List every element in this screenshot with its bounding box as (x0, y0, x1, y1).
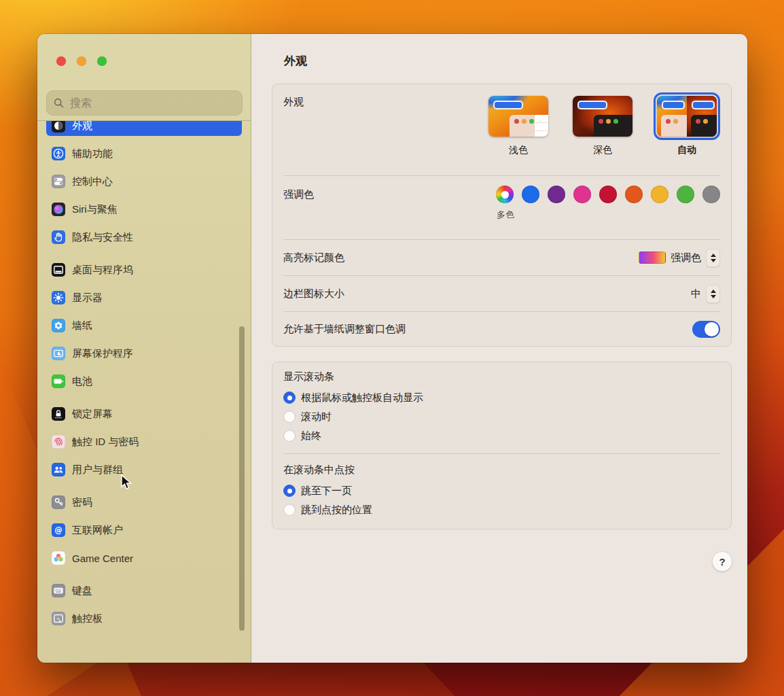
sidebar-item-label: 桌面与程序坞 (72, 264, 133, 277)
appearance-option-label: 深色 (593, 144, 612, 156)
keyboard-icon (52, 584, 65, 597)
appearance-option-light[interactable]: 浅色 (485, 92, 552, 156)
radio-label: 始终 (301, 430, 321, 442)
wallpaper-tint-toggle[interactable] (692, 321, 720, 338)
sidebar-item-desktop-dock[interactable]: 桌面与程序坞 (46, 260, 242, 280)
accent-color-picker: 多色 (496, 176, 720, 203)
radio-button (283, 504, 296, 516)
sidebar-item-keyboard[interactable]: 键盘 (46, 580, 242, 601)
sidebar-item-label: 控制中心 (72, 175, 113, 188)
desktop-dock-icon (52, 263, 65, 277)
accent-color-swatch-4[interactable] (599, 186, 617, 203)
battery-icon (52, 375, 65, 388)
accent-color-multicolor[interactable] (496, 186, 514, 203)
click-scrollbar-option-1[interactable]: 跳到点按的位置 (283, 500, 720, 519)
appearance-option-label: 浅色 (509, 144, 528, 156)
search-input[interactable] (69, 97, 235, 110)
accessibility-icon (52, 147, 65, 160)
close-button[interactable] (56, 56, 66, 66)
sidebar-item-internet-accounts[interactable]: @互联网帐户 (46, 520, 242, 540)
accent-color-swatch-5[interactable] (625, 186, 643, 203)
minimize-button[interactable] (77, 56, 86, 66)
show-scrollbars-option-0[interactable]: 根据鼠标或触控板自动显示 (283, 388, 720, 407)
thumb-menu-pill (662, 101, 685, 109)
sidebar-item-lock-screen[interactable]: 锁定屏幕 (46, 404, 242, 424)
show-scrollbars-option-1[interactable]: 滚动时 (283, 407, 720, 426)
click-scrollbar-option-0[interactable]: 跳至下一页 (283, 481, 720, 500)
sidebar-list: 外观辅助功能控制中心Siri与聚焦隐私与安全性桌面与程序坞显示器墙纸屏幕保护程序… (46, 121, 242, 663)
trackpad-icon (52, 612, 65, 625)
passwords-icon (52, 495, 65, 509)
search-field[interactable] (46, 90, 243, 116)
radio-button (283, 392, 296, 404)
highlight-color-row: 高亮标记颜色 强调色 (272, 240, 731, 275)
accent-color-swatch-3[interactable] (573, 186, 591, 203)
sidebar-item-control-center[interactable]: 控制中心 (46, 171, 242, 192)
sidebar-item-screensaver[interactable]: 屏幕保护程序 (46, 343, 242, 364)
privacy-icon (52, 230, 65, 244)
sidebar-item-game-center[interactable]: Game Center (46, 548, 242, 568)
accent-color-swatch-6[interactable] (651, 186, 669, 203)
chevron-down-icon (711, 295, 716, 298)
appearance-option-ring (654, 92, 720, 140)
sidebar-item-siri[interactable]: Siri与聚焦 (46, 199, 242, 220)
sidebar-item-appearance[interactable]: 外观 (46, 121, 242, 136)
help-button[interactable]: ? (712, 551, 732, 572)
appearance-thumbnail-dark (573, 96, 632, 137)
accent-color-swatch-7[interactable] (677, 186, 694, 203)
control-center-icon (52, 175, 65, 188)
sidebar-item-label: 触控 ID 与密码 (72, 436, 139, 449)
sidebar-item-label: 辅助功能 (72, 147, 113, 160)
sidebar-item-battery[interactable]: 电池 (46, 371, 242, 392)
auto-half-light (657, 96, 687, 137)
sidebar-group: 桌面与程序坞显示器墙纸屏幕保护程序电池 (46, 260, 242, 392)
sidebar-group: 锁定屏幕触控 ID 与密码用户与群组 (46, 404, 242, 480)
thumb-traffic-dots (696, 119, 708, 124)
show-scrollbars-option-2[interactable]: 始终 (283, 426, 720, 445)
game-center-icon (52, 551, 65, 565)
radio-label: 滚动时 (301, 411, 332, 423)
thumb-traffic-dots (514, 119, 534, 124)
radio-label: 跳到点按的位置 (301, 504, 372, 517)
sidebar-item-label: 用户与群组 (72, 464, 123, 476)
appearance-options: 浅色深色自动 (485, 84, 720, 156)
highlight-color-swatch (639, 251, 666, 264)
thumb-menu-pill (493, 101, 523, 109)
show-scrollbars-options: 根据鼠标或触控板自动显示滚动时始终 (283, 388, 720, 445)
search-icon (54, 98, 64, 108)
sidebar-icon-size-label: 边栏图标大小 (283, 288, 344, 300)
sidebar-item-display[interactable]: 显示器 (46, 288, 242, 308)
accent-color-swatch-1[interactable] (522, 186, 539, 203)
sidebar-item-users[interactable]: 用户与群组 (46, 459, 242, 480)
appearance-thumbnail-light (488, 96, 548, 137)
sidebar-item-accessibility[interactable]: 辅助功能 (46, 143, 242, 164)
sidebar-item-privacy[interactable]: 隐私与安全性 (46, 227, 242, 247)
accent-color-swatch-2[interactable] (548, 186, 565, 203)
internet-accounts-icon: @ (52, 523, 65, 537)
sidebar-icon-size-popup-button[interactable] (706, 285, 720, 303)
system-settings-window: 外观辅助功能控制中心Siri与聚焦隐私与安全性桌面与程序坞显示器墙纸屏幕保护程序… (37, 34, 747, 663)
sidebar-item-trackpad[interactable]: 触控板 (46, 608, 242, 629)
click-scrollbar-options: 跳至下一页跳到点按的位置 (283, 481, 720, 519)
sidebar-item-passwords[interactable]: 密码 (46, 492, 242, 512)
radio-button (283, 411, 296, 423)
accent-color-swatch-8[interactable] (702, 186, 720, 203)
sidebar-item-wallpaper[interactable]: 墙纸 (46, 315, 242, 336)
sidebar-item-touch-id[interactable]: 触控 ID 与密码 (46, 432, 242, 452)
thumb-window (594, 115, 632, 137)
svg-text:@: @ (54, 525, 63, 535)
highlight-color-popup-button[interactable] (706, 249, 720, 267)
zoom-button[interactable] (97, 56, 107, 66)
appearance-label: 外观 (283, 84, 304, 109)
users-icon (52, 463, 65, 476)
sidebar-scrollbar-thumb[interactable] (239, 326, 245, 631)
sidebar-item-label: 锁定屏幕 (72, 408, 113, 421)
appearance-option-auto[interactable]: 自动 (654, 92, 720, 156)
sidebar: 外观辅助功能控制中心Siri与聚焦隐私与安全性桌面与程序坞显示器墙纸屏幕保护程序… (37, 34, 251, 663)
click-scrollbar-title: 在滚动条中点按 (283, 464, 720, 476)
sidebar-item-label: 屏幕保护程序 (72, 347, 133, 360)
scrollbar-settings-card: 显示滚动条 根据鼠标或触控板自动显示滚动时始终 在滚动条中点按 跳至下一页跳到点… (272, 362, 732, 529)
appearance-option-dark[interactable]: 深色 (569, 92, 636, 156)
sidebar-item-label: 电池 (72, 375, 92, 388)
thumb-panel (534, 115, 548, 137)
